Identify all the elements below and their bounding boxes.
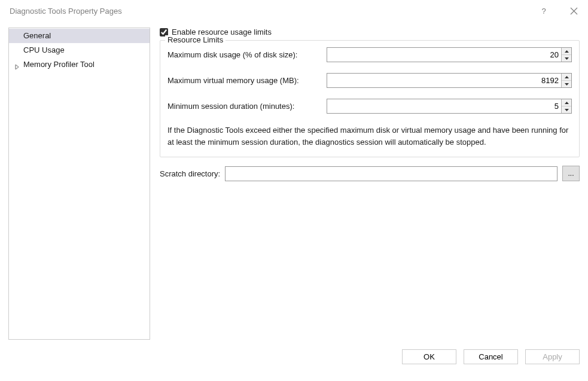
sidebar-item-label: General — [23, 31, 51, 40]
titlebar: Diagnostic Tools Property Pages ? — [0, 0, 588, 22]
titlebar-controls: ? — [537, 4, 581, 18]
svg-marker-6 — [565, 83, 569, 86]
help-icon[interactable]: ? — [537, 4, 551, 18]
max-disk-numeric — [327, 47, 572, 62]
svg-marker-4 — [565, 57, 569, 60]
dialog-footer: OK Cancel Apply — [0, 346, 588, 371]
svg-marker-3 — [565, 50, 569, 53]
spinner-down-icon[interactable] — [562, 81, 571, 87]
sidebar-item-memory-profiler[interactable]: Memory Profiler Tool — [9, 57, 150, 72]
svg-marker-7 — [565, 102, 569, 104]
max-disk-input[interactable] — [327, 48, 561, 62]
max-vm-row: Maximum virtual memory usage (MB): — [167, 73, 572, 88]
max-vm-label: Maximum virtual memory usage (MB): — [167, 76, 327, 85]
ok-button[interactable]: OK — [402, 349, 456, 364]
ellipsis-icon: ... — [568, 169, 574, 178]
resource-limits-group: Resource Limits Maximum disk usage (% of… — [160, 40, 580, 157]
spinner-down-icon[interactable] — [562, 55, 571, 62]
min-session-spinner — [561, 99, 571, 113]
svg-marker-5 — [565, 76, 569, 78]
sidebar-item-label: Memory Profiler Tool — [23, 60, 95, 69]
min-session-input[interactable] — [327, 99, 561, 113]
resource-limits-legend: Resource Limits — [165, 35, 226, 44]
resource-limits-help: If the Diagnostic Tools exceed either th… — [167, 124, 572, 148]
window-title: Diagnostic Tools Property Pages — [7, 7, 122, 16]
dialog-body: General CPU Usage Memory Profiler Tool E… — [0, 22, 588, 346]
max-disk-row: Maximum disk usage (% of disk size): — [167, 47, 572, 62]
chevron-right-icon[interactable] — [15, 61, 20, 73]
max-disk-spinner — [561, 48, 571, 62]
min-session-numeric — [327, 99, 572, 114]
cancel-button[interactable]: Cancel — [464, 349, 518, 364]
svg-marker-2 — [16, 65, 19, 69]
sidebar-item-label: CPU Usage — [23, 45, 65, 54]
spinner-up-icon[interactable] — [562, 99, 571, 106]
svg-marker-8 — [565, 109, 569, 111]
apply-button[interactable]: Apply — [525, 349, 580, 364]
sidebar-item-general[interactable]: General — [9, 29, 150, 43]
spinner-down-icon[interactable] — [562, 106, 571, 113]
main-content: Enable resource usage limits Resource Li… — [150, 28, 580, 340]
min-session-row: Minimum session duration (minutes): — [167, 99, 572, 114]
spinner-up-icon[interactable] — [562, 48, 571, 55]
sidebar: General CPU Usage Memory Profiler Tool — [8, 28, 150, 340]
max-vm-numeric — [327, 73, 572, 88]
max-disk-label: Maximum disk usage (% of disk size): — [167, 50, 327, 59]
max-vm-spinner — [561, 74, 571, 87]
max-vm-input[interactable] — [327, 74, 561, 87]
browse-button[interactable]: ... — [562, 166, 580, 181]
scratch-label: Scratch directory: — [160, 169, 220, 178]
scratch-row: Scratch directory: ... — [159, 166, 580, 181]
spinner-up-icon[interactable] — [562, 74, 571, 81]
min-session-label: Minimum session duration (minutes): — [167, 102, 327, 111]
scratch-input[interactable] — [225, 166, 557, 181]
sidebar-item-cpu-usage[interactable]: CPU Usage — [9, 43, 150, 57]
close-icon[interactable] — [566, 4, 581, 18]
